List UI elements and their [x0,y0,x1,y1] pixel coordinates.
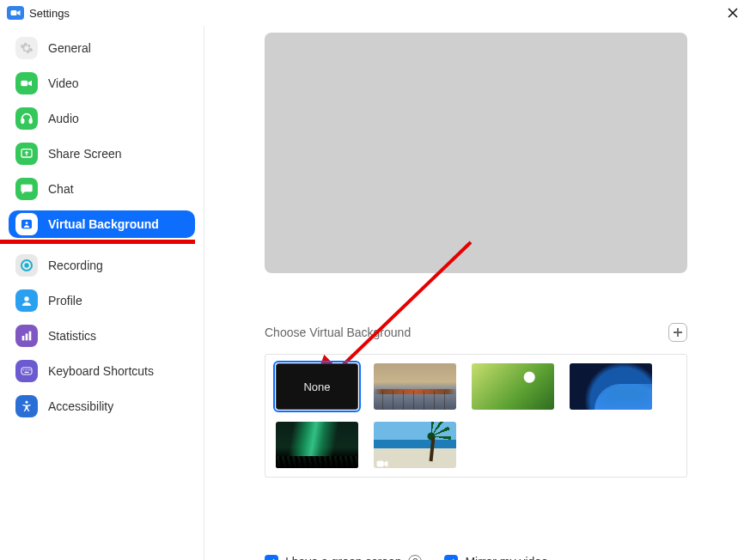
sidebar-item-statistics[interactable]: Statistics [9,322,195,350]
svg-point-15 [26,369,27,370]
background-grid: None [265,354,687,478]
svg-point-17 [29,369,30,370]
sidebar-item-label: Recording [48,259,103,272]
svg-rect-18 [24,372,28,373]
background-option-none[interactable]: None [276,363,358,410]
video-icon [15,72,38,94]
annotation-underline [0,240,204,244]
add-background-button[interactable] [668,323,687,342]
background-option-grass[interactable] [472,363,554,410]
sidebar-item-virtual-background[interactable]: Virtual Background [9,210,195,238]
gear-icon [15,37,38,59]
share-screen-icon [15,143,38,165]
content-area: Choose Virtual Background None [204,26,750,560]
background-option-bridge[interactable] [374,363,456,410]
background-option-earth[interactable] [570,363,652,410]
checkbox-mirror-video[interactable]: Mirror my video [444,555,547,560]
sidebar-item-recording[interactable]: Recording [9,252,195,279]
checkbox-label: Mirror my video [465,555,547,560]
svg-rect-12 [29,332,32,341]
svg-rect-2 [21,119,24,124]
sidebar-item-label: Share Screen [48,147,122,161]
svg-rect-3 [29,119,32,124]
svg-rect-20 [279,461,286,467]
video-badge-icon [376,457,388,466]
video-badge-icon [278,457,290,466]
background-option-aurora[interactable] [276,422,358,468]
record-icon [15,254,38,277]
svg-rect-11 [26,333,28,340]
section-title: Choose Virtual Background [265,326,411,339]
app-icon [7,6,24,20]
svg-rect-0 [11,10,17,15]
thumb-label: None [303,380,330,393]
sidebar-item-label: Video [48,76,79,90]
checkbox-label: I have a green screen [285,555,401,560]
sidebar-item-keyboard-shortcuts[interactable]: Keyboard Shortcuts [9,357,195,385]
sidebar-item-video[interactable]: Video [9,70,195,97]
sidebar-item-accessibility[interactable]: Accessibility [9,393,195,420]
help-icon[interactable]: ? [408,555,422,560]
svg-rect-13 [21,368,32,374]
sidebar-item-share-screen[interactable]: Share Screen [9,140,195,167]
svg-point-19 [26,401,28,404]
sidebar-item-label: Audio [48,112,79,125]
svg-point-14 [23,369,24,370]
close-button[interactable] [723,3,743,23]
svg-point-8 [24,263,28,267]
headphones-icon [15,107,38,130]
window-title: Settings [29,7,70,20]
svg-point-16 [27,369,28,370]
sidebar-item-label: Profile [48,294,82,307]
sidebar-item-label: Statistics [48,329,96,343]
background-option-beach[interactable] [374,422,456,468]
statistics-icon [15,325,38,347]
titlebar: Settings [0,0,750,26]
svg-rect-21 [377,461,384,467]
sidebar-item-label: Keyboard Shortcuts [48,364,154,378]
sidebar-item-chat[interactable]: Chat [9,175,195,203]
sidebar-item-profile[interactable]: Profile [9,287,195,314]
accessibility-icon [15,395,38,417]
checkbox-box-icon [444,555,458,560]
chat-icon [15,178,38,200]
svg-point-9 [24,296,28,301]
sidebar-item-label: General [48,41,91,55]
checkbox-box-icon [265,555,278,560]
sidebar-item-label: Virtual Background [48,217,159,231]
keyboard-icon [15,360,38,382]
svg-point-6 [26,222,28,224]
sidebar-item-audio[interactable]: Audio [9,105,195,132]
svg-rect-10 [22,336,25,340]
profile-icon [15,289,38,312]
video-preview [265,33,687,273]
sidebar-item-label: Chat [48,182,74,196]
svg-rect-1 [21,81,27,87]
sidebar-item-general[interactable]: General [9,34,195,62]
virtual-background-icon [15,213,38,235]
sidebar-item-label: Accessibility [48,399,113,413]
checkbox-green-screen[interactable]: I have a green screen ? [265,555,422,560]
sidebar: General Video Audio Share Screen [0,26,204,560]
